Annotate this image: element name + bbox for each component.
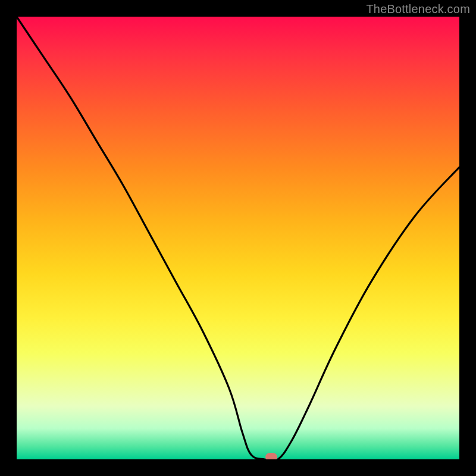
plot-area (17, 17, 459, 459)
optimum-marker-icon (265, 453, 277, 459)
watermark-text: TheBottleneck.com (366, 2, 470, 16)
bottleneck-curve (17, 17, 459, 459)
chart-frame: TheBottleneck.com (0, 0, 476, 476)
